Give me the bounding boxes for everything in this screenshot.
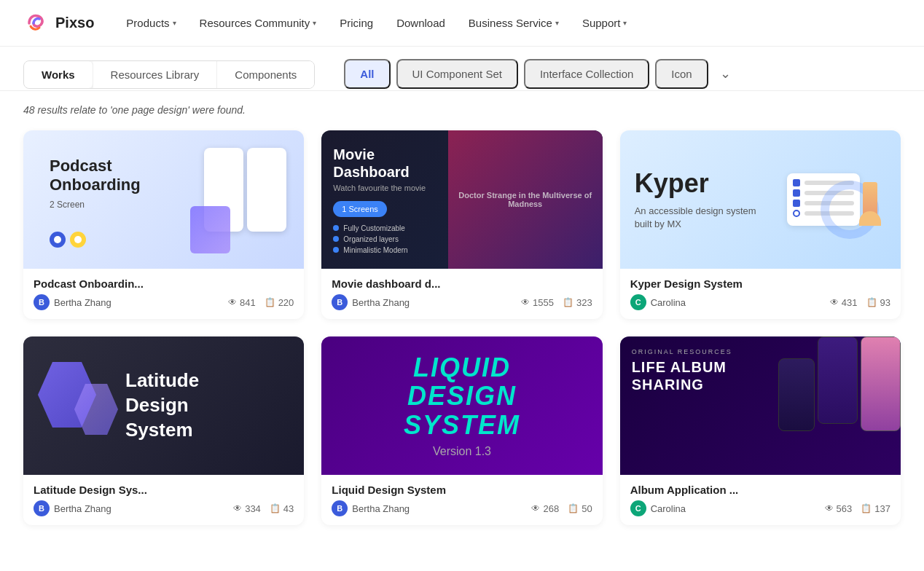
- navbar: Pixso Products ▾ Resources Community ▾ P…: [0, 0, 924, 47]
- author-name: Bertha Zhang: [352, 297, 410, 308]
- eye-icon: 👁: [825, 503, 834, 513]
- card-title: Movie dashboard d...: [332, 277, 592, 290]
- card-meta: B Bertha Zhang 👁 334 📋 43: [34, 500, 294, 516]
- thumb-title: LIQUIDDESIGNSYSTEM: [404, 353, 520, 440]
- card-info: Liquid Design System B Bertha Zhang 👁 26…: [321, 475, 602, 525]
- views-count: 268: [543, 503, 559, 514]
- nav-item-download[interactable]: Download: [388, 11, 454, 35]
- card-thumbnail: PodcastOnboarding 2 Screen: [23, 130, 304, 269]
- card-thumbnail: MovieDashboard Watch favourite the movie…: [321, 130, 602, 269]
- tab-resources-library[interactable]: Resources Library: [93, 61, 218, 88]
- author-name: Bertha Zhang: [352, 503, 410, 514]
- eye-icon: 👁: [830, 297, 839, 307]
- card-info: Podcast Onboardin... B Bertha Zhang 👁 84…: [23, 269, 304, 319]
- author-avatar: B: [34, 294, 50, 310]
- nav-item-support[interactable]: Support ▾: [573, 11, 636, 35]
- card-meta: C Carolina 👁 563 📋 137: [630, 500, 890, 516]
- copy-icon: 📋: [861, 503, 872, 513]
- card-stats: 👁 841 📋 220: [228, 297, 294, 308]
- card-movie[interactable]: MovieDashboard Watch favourite the movie…: [321, 130, 602, 319]
- author-avatar: B: [332, 500, 348, 516]
- results-count: 48 results relate to 'one page design' w…: [0, 91, 924, 125]
- card-kyper[interactable]: Kyper An accessible design system built …: [620, 130, 901, 319]
- card-author: B Bertha Zhang: [332, 500, 410, 516]
- copies-stat: 📋 137: [861, 503, 890, 514]
- tab-all[interactable]: All: [344, 59, 390, 89]
- author-name: Bertha Zhang: [54, 503, 111, 514]
- tab-group-left: Works Resources Library Components: [23, 60, 315, 89]
- views-stat: 👁 431: [830, 297, 858, 308]
- chevron-down-icon: ▾: [173, 19, 176, 27]
- views-stat: 👁 563: [825, 503, 853, 514]
- copies-stat: 📋 220: [265, 297, 294, 308]
- views-count: 1555: [533, 297, 554, 308]
- copies-count: 220: [278, 297, 294, 308]
- author-avatar: B: [332, 294, 348, 310]
- thumb-title: PodcastOnboarding: [50, 157, 141, 195]
- pixso-logo-icon: [23, 10, 50, 36]
- copies-count: 137: [874, 503, 890, 514]
- card-album[interactable]: ORIGINAL RESOURCES LIFE ALBUMSHARING Alb…: [620, 336, 901, 525]
- logo-text: Pixso: [55, 15, 94, 31]
- copies-count: 93: [880, 297, 890, 308]
- card-title: Podcast Onboardin...: [34, 277, 294, 290]
- views-count: 841: [240, 297, 256, 308]
- views-stat: 👁 334: [233, 503, 261, 514]
- tab-icon[interactable]: Icon: [655, 59, 708, 89]
- card-info: Album Application ... C Carolina 👁 563 📋…: [620, 475, 901, 525]
- tabs-bar: Works Resources Library Components All U…: [0, 47, 924, 91]
- copy-icon: 📋: [866, 297, 877, 307]
- views-stat: 👁 841: [228, 297, 256, 308]
- views-stat: 👁 268: [531, 503, 559, 514]
- eye-icon: 👁: [233, 503, 242, 513]
- card-author: B Bertha Zhang: [34, 500, 111, 516]
- views-count: 431: [842, 297, 858, 308]
- card-title: Latitude Design Sys...: [34, 484, 294, 496]
- chevron-down-icon: ▾: [623, 19, 627, 27]
- copies-stat: 📋 323: [563, 297, 592, 308]
- card-liquid[interactable]: LIQUIDDESIGNSYSTEM Version 1.3 Liquid De…: [321, 336, 602, 525]
- card-stats: 👁 268 📋 50: [531, 503, 592, 514]
- card-podcast[interactable]: PodcastOnboarding 2 Screen: [23, 130, 304, 319]
- author-avatar: C: [630, 500, 646, 516]
- copies-count: 323: [576, 297, 592, 308]
- author-name: Carolina: [651, 297, 686, 308]
- copy-icon: 📋: [568, 503, 579, 513]
- nav-item-business[interactable]: Business Service ▾: [460, 11, 568, 35]
- tab-interface-collection[interactable]: Interface Collection: [524, 59, 649, 89]
- card-meta: C Carolina 👁 431 📋 93: [630, 294, 890, 310]
- chevron-down-icon: ▾: [313, 19, 316, 27]
- card-title: Album Application ...: [630, 484, 890, 496]
- card-stats: 👁 563 📋 137: [825, 503, 890, 514]
- nav-item-resources[interactable]: Resources Community ▾: [191, 11, 326, 35]
- views-stat: 👁 1555: [521, 297, 554, 308]
- nav-item-pricing[interactable]: Pricing: [331, 11, 382, 35]
- logo[interactable]: Pixso: [23, 10, 94, 36]
- copy-icon: 📋: [563, 297, 573, 307]
- author-avatar: B: [34, 500, 50, 516]
- svg-rect-0: [23, 10, 50, 36]
- more-tabs-icon[interactable]: ⌄: [714, 58, 737, 89]
- card-grid: PodcastOnboarding 2 Screen: [0, 125, 924, 543]
- tab-ui-component-set[interactable]: UI Component Set: [396, 59, 518, 89]
- copy-icon: 📋: [270, 503, 281, 513]
- thumb-version: Version 1.3: [433, 445, 491, 458]
- eye-icon: 👁: [521, 297, 530, 307]
- card-thumbnail: LIQUIDDESIGNSYSTEM Version 1.3: [321, 336, 602, 475]
- views-count: 334: [245, 503, 261, 514]
- card-title: Liquid Design System: [332, 484, 592, 496]
- copies-stat: 📋 43: [270, 503, 294, 514]
- nav-item-products[interactable]: Products ▾: [117, 11, 184, 35]
- card-thumbnail: ORIGINAL RESOURCES LIFE ALBUMSHARING: [620, 336, 901, 475]
- tab-group-right: All UI Component Set Interface Collectio…: [344, 58, 901, 90]
- card-latitude[interactable]: LatitudeDesignSystem Latitude Design Sys…: [23, 336, 304, 525]
- card-author: C Carolina: [630, 500, 686, 516]
- author-name: Carolina: [651, 503, 686, 514]
- tab-works[interactable]: Works: [24, 61, 93, 88]
- copy-icon: 📋: [265, 297, 275, 307]
- card-info: Latitude Design Sys... B Bertha Zhang 👁 …: [23, 475, 304, 525]
- copies-stat: 📋 93: [866, 297, 890, 308]
- tab-components[interactable]: Components: [217, 61, 314, 88]
- card-meta: B Bertha Zhang 👁 841 📋 220: [34, 294, 294, 310]
- card-meta: B Bertha Zhang 👁 268 📋 50: [332, 500, 592, 516]
